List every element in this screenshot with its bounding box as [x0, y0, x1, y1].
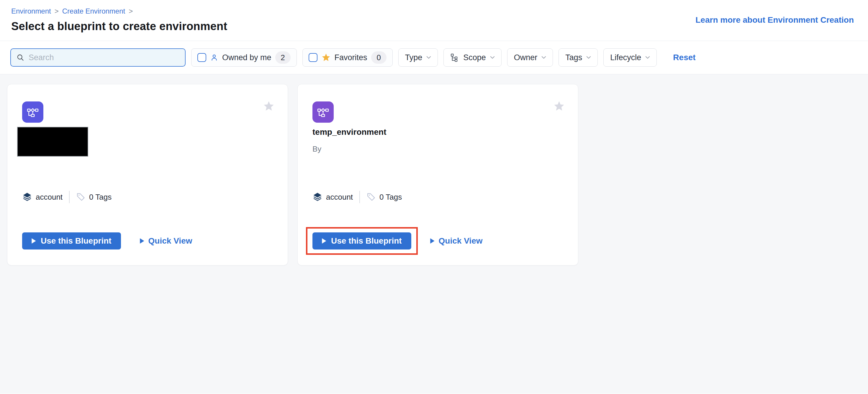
owned-by-me-label: Owned by me — [222, 53, 272, 62]
lifecycle-dropdown-label: Lifecycle — [610, 53, 641, 62]
space-label: account — [326, 193, 353, 202]
filter-owned-by-me[interactable]: Owned by me 2 — [191, 48, 297, 67]
filter-dropdown-lifecycle[interactable]: Lifecycle — [603, 48, 657, 67]
chevron-down-icon — [541, 56, 546, 59]
highlight-annotation: Use this Blueprint — [306, 227, 418, 255]
layers-icon — [22, 192, 32, 202]
use-this-blueprint-button[interactable]: Use this Blueprint — [22, 232, 121, 250]
filter-dropdown-tags[interactable]: Tags — [559, 48, 598, 67]
blueprint-name: temp_environment — [312, 127, 386, 137]
favorites-label: Favorites — [335, 53, 367, 62]
blueprint-author: By — [312, 144, 321, 154]
blueprint-grid: account 0 Tags Use this Blueprint — [0, 74, 868, 394]
play-icon — [140, 238, 144, 243]
owned-by-me-checkbox[interactable] — [197, 53, 206, 62]
breadcrumb-link-environment[interactable]: Environment — [11, 7, 51, 15]
play-icon — [430, 238, 435, 243]
filter-bar: Owned by me 2 Favorites 0 Type Scope — [0, 41, 868, 74]
filter-favorites[interactable]: Favorites 0 — [302, 48, 393, 67]
type-dropdown-label: Type — [405, 53, 423, 62]
filter-dropdown-scope[interactable]: Scope — [443, 48, 502, 67]
breadcrumb-separator: > — [129, 7, 133, 15]
filter-dropdown-type[interactable]: Type — [398, 48, 438, 67]
quick-view-link[interactable]: Quick View — [430, 236, 483, 245]
favorites-checkbox[interactable] — [309, 53, 317, 62]
layers-icon — [312, 192, 322, 202]
chevron-down-icon — [645, 56, 650, 59]
scope-dropdown-label: Scope — [463, 53, 486, 62]
blueprint-icon — [312, 101, 334, 123]
chevron-down-icon — [490, 56, 495, 59]
blueprint-meta: account 0 Tags — [312, 191, 402, 203]
search-input[interactable] — [29, 53, 180, 62]
chevron-down-icon — [426, 56, 431, 59]
search-icon — [16, 54, 25, 62]
blueprint-meta: account 0 Tags — [22, 191, 112, 203]
redacted-blueprint-name — [17, 127, 88, 157]
person-icon — [210, 54, 218, 62]
tags-count-label: 0 Tags — [89, 193, 112, 202]
space-label: account — [36, 193, 63, 202]
chevron-down-icon — [586, 56, 591, 59]
blueprint-card: account 0 Tags Use this Blueprint — [7, 84, 288, 265]
breadcrumb: Environment > Create Environment > — [11, 7, 868, 15]
breadcrumb-link-create-environment[interactable]: Create Environment — [62, 7, 125, 15]
reset-filters-button[interactable]: Reset — [673, 53, 695, 62]
owner-dropdown-label: Owner — [514, 53, 537, 62]
search-box[interactable] — [10, 48, 186, 67]
hierarchy-icon — [450, 53, 459, 62]
tags-count-label: 0 Tags — [379, 193, 402, 202]
blueprint-card: temp_environment By account 0 Tags — [298, 84, 578, 265]
play-icon — [32, 238, 36, 243]
tag-icon — [76, 192, 86, 202]
blueprint-icon — [22, 101, 43, 123]
favorite-star-button[interactable] — [263, 100, 275, 112]
card-actions: Use this Blueprint Quick View — [312, 232, 483, 250]
filter-dropdown-owner[interactable]: Owner — [507, 48, 553, 67]
owned-by-me-count: 2 — [275, 51, 290, 64]
page-header: Environment > Create Environment > Selec… — [0, 0, 868, 41]
card-actions: Use this Blueprint Quick View — [22, 232, 192, 250]
favorites-count: 0 — [371, 51, 386, 64]
learn-more-link[interactable]: Learn more about Environment Creation — [695, 15, 854, 25]
tag-icon — [366, 192, 376, 202]
breadcrumb-separator: > — [55, 7, 59, 15]
meta-divider — [359, 191, 360, 203]
quick-view-link[interactable]: Quick View — [140, 236, 192, 245]
play-icon — [322, 238, 326, 243]
favorite-star-button[interactable] — [553, 100, 565, 112]
favorites-star-icon — [321, 53, 331, 62]
use-this-blueprint-button[interactable]: Use this Blueprint — [312, 232, 411, 250]
meta-divider — [69, 191, 70, 203]
tags-dropdown-label: Tags — [565, 53, 582, 62]
